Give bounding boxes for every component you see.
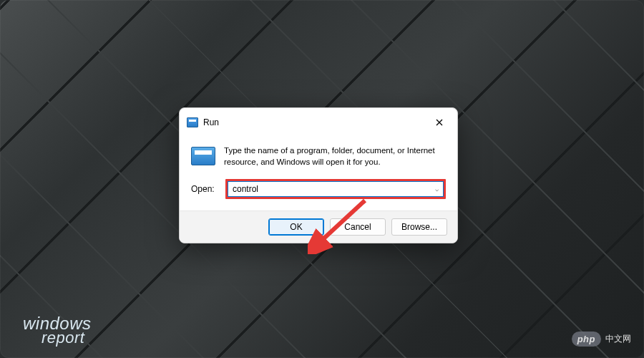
open-label: Open: bbox=[191, 184, 220, 194]
ok-button[interactable]: OK bbox=[268, 218, 324, 236]
php-text: 中文网 bbox=[605, 333, 631, 345]
run-large-icon bbox=[191, 147, 215, 165]
cancel-button[interactable]: Cancel bbox=[330, 218, 386, 236]
button-bar: OK Cancel Browse... bbox=[180, 211, 457, 243]
php-badge: php bbox=[572, 332, 601, 347]
close-icon bbox=[436, 119, 443, 126]
run-icon bbox=[187, 117, 198, 127]
browse-button[interactable]: Browse... bbox=[391, 218, 447, 236]
run-dialog: Run Type the name of a program, folder, … bbox=[179, 107, 458, 243]
dialog-title: Run bbox=[203, 117, 429, 127]
close-button[interactable] bbox=[429, 114, 450, 131]
open-combobox[interactable]: ⌵ bbox=[228, 181, 444, 197]
open-input-row: Open: ⌵ bbox=[180, 175, 457, 211]
watermark-windows-report: windows report bbox=[23, 316, 92, 345]
chevron-down-icon[interactable]: ⌵ bbox=[431, 185, 443, 193]
dialog-body: Type the name of a program, folder, docu… bbox=[180, 135, 457, 175]
titlebar[interactable]: Run bbox=[180, 108, 457, 135]
dialog-description: Type the name of a program, folder, docu… bbox=[224, 145, 446, 168]
watermark-php: php 中文网 bbox=[572, 332, 631, 347]
open-input[interactable] bbox=[228, 183, 431, 195]
open-combobox-highlight: ⌵ bbox=[225, 179, 446, 199]
watermark-line2: report bbox=[42, 331, 92, 345]
